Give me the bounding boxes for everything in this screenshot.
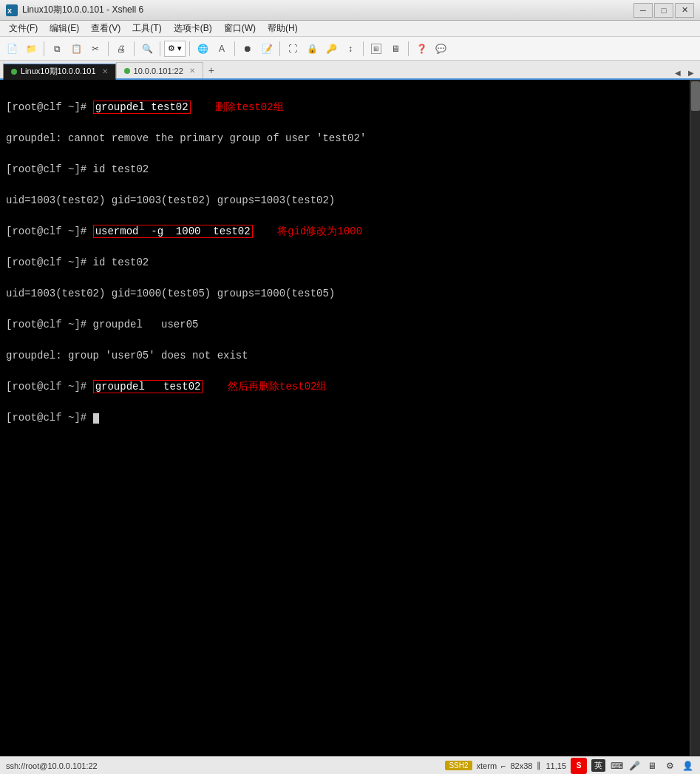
scrollbar-thumb[interactable] [691,81,700,111]
maximize-button[interactable]: □ [654,3,673,18]
tb-session-label: ⚙ [168,44,175,53]
tb-sep-3 [134,41,135,56]
tb-copy-button[interactable]: ⧉ [48,40,66,58]
tb-font-button[interactable]: A [213,40,231,58]
status-col: 11,15 [546,761,566,770]
terminal-line-6: [root@clf ~]# id test02 [6,255,684,271]
tab-bar: Linux10期10.0.0.101 ✕ 10.0.0.101:22 ✕ + ◀… [0,61,700,80]
close-button[interactable]: ✕ [675,3,694,18]
tb-transfer-button[interactable]: ↕ [341,40,359,58]
tb-sep-6 [234,41,235,56]
window-controls: ─ □ ✕ [633,3,694,18]
tab-label-1: Linux10期10.0.0.101 [21,66,96,77]
tab-indicator-1 [11,69,17,75]
status-right: SSH2 xterm ⌐ 82x38 ∥ 11,15 S 英 ⌨ 🎤 🖥 ⚙ 👤 [445,758,694,774]
terminal-line-3: [root@clf ~]# id test02 [6,162,684,177]
tab-indicator-2 [124,68,130,74]
tab-next-button[interactable]: ▶ [685,67,697,78]
tb-sep-9 [408,41,409,56]
tab-linux10[interactable]: Linux10期10.0.0.101 ✕ [3,64,116,80]
status-connection: ssh://root@10.0.0.101:22 [6,761,439,770]
tb-sep-1 [44,41,44,56]
tb-help-button[interactable]: ❓ [412,40,430,58]
terminal-line-8: [root@clf ~]# groupdel user05 [6,317,684,333]
tab-prev-button[interactable]: ◀ [672,67,684,78]
toolbar: 📄 📁 ⧉ 📋 ✂ 🖨 🔍 ⚙ ▾ 🌐 A ⏺ 📝 ⛶ 🔒 🔑 ↕ ⊞ 🖥 ❓ … [0,37,700,61]
terminal-line-5: [root@clf ~]# usermod -g 1000 test02 将gi… [6,224,684,240]
tb-lock-button[interactable]: 🔒 [303,40,321,58]
terminal[interactable]: [root@clf ~]# groupdel test02 删除test02组 … [0,80,690,756]
status-col-label: ∥ [537,761,541,770]
terminal-line-2: groupdel: cannot remove the primary grou… [6,131,684,146]
sougou-logo: S [571,758,587,774]
app-icon: X [6,4,18,16]
menu-view[interactable]: 查看(V) [85,21,126,36]
tb-cut-button[interactable]: ✂ [86,40,104,58]
status-size-label: ⌐ [501,761,506,770]
terminal-line-9: groupdel: group 'user05' does not exist [6,348,684,364]
terminal-line-4: uid=1003(test02) gid=1003(test02) groups… [6,193,684,208]
terminal-scrollbar[interactable] [690,80,700,756]
terminal-line-1: [root@clf ~]# groupdel test02 删除test02组 [6,100,684,115]
tab-close-2[interactable]: ✕ [189,67,195,75]
menu-bar: 文件(F) 编辑(E) 查看(V) 工具(T) 选项卡(B) 窗口(W) 帮助(… [0,21,700,37]
tb-dropdown-arrow: ▾ [177,44,182,53]
menu-tabs[interactable]: 选项卡(B) [168,21,218,36]
tb-globe-button[interactable]: 🌐 [194,40,211,58]
tb-sep-4 [160,41,160,56]
status-bar: ssh://root@10.0.0.101:22 SSH2 xterm ⌐ 82… [0,756,700,774]
tb-session-dropdown[interactable]: ⚙ ▾ [164,41,186,57]
terminal-line-11: [root@clf ~]# [6,410,684,426]
title-bar: X Linux10期10.0.0.101 - Xshell 6 ─ □ ✕ [0,0,700,21]
tb-sep-5 [189,41,190,56]
tb-chat-button[interactable]: 💬 [432,40,449,58]
tb-session2-button[interactable]: ⊞ [367,40,385,58]
mic-icon: 🎤 [628,759,641,773]
svg-text:X: X [7,7,12,15]
menu-help[interactable]: 帮助(H) [262,21,304,36]
tb-paste-button[interactable]: 📋 [67,40,85,58]
tb-print-button[interactable]: 🖨 [112,40,130,58]
lang-indicator[interactable]: 英 [591,759,605,772]
tb-new-button[interactable]: 📄 [3,40,21,58]
terminal-container: [root@clf ~]# groupdel test02 删除test02组 … [0,80,700,756]
tb-sep-8 [363,41,364,56]
tb-search-button[interactable]: 🔍 [138,40,156,58]
terminal-line-10: [root@clf ~]# groupdel test02 然后再删除test0… [6,379,684,395]
tb-record-button[interactable]: ⏺ [239,40,256,58]
menu-file[interactable]: 文件(F) [3,21,44,36]
tab-navigation: ◀ ▶ [672,67,697,78]
menu-tools[interactable]: 工具(T) [126,21,167,36]
status-size: 82x38 [510,761,532,770]
settings-icon[interactable]: ⚙ [663,759,676,773]
menu-window[interactable]: 窗口(W) [218,21,262,36]
tab-1001[interactable]: 10.0.0.101:22 ✕ [116,62,203,78]
tb-open-button[interactable]: 📁 [22,40,40,58]
tb-monitor-button[interactable]: 🖥 [387,40,404,58]
tb-script-button[interactable]: 📝 [258,40,276,58]
tab-close-1[interactable]: ✕ [102,67,108,75]
tb-sep-2 [108,41,109,56]
terminal-line-7: uid=1003(test02) gid=1000(test05) groups… [6,286,684,302]
minimize-button[interactable]: ─ [633,3,653,18]
status-terminal: xterm [477,761,497,770]
tb-fullscreen-button[interactable]: ⛶ [284,40,302,58]
tab-label-2: 10.0.0.101:22 [134,67,183,75]
window-title: Linux10期10.0.0.101 - Xshell 6 [22,4,633,16]
status-protocol: SSH2 [445,761,472,770]
tb-key-button[interactable]: 🔑 [322,40,340,58]
user-icon: 👤 [681,759,694,773]
keyboard-icon: ⌨ [610,759,623,773]
tab-add-button[interactable]: + [203,62,220,78]
tb-sep-7 [279,41,280,56]
screen-icon: 🖥 [645,759,659,773]
menu-edit[interactable]: 编辑(E) [44,21,85,36]
